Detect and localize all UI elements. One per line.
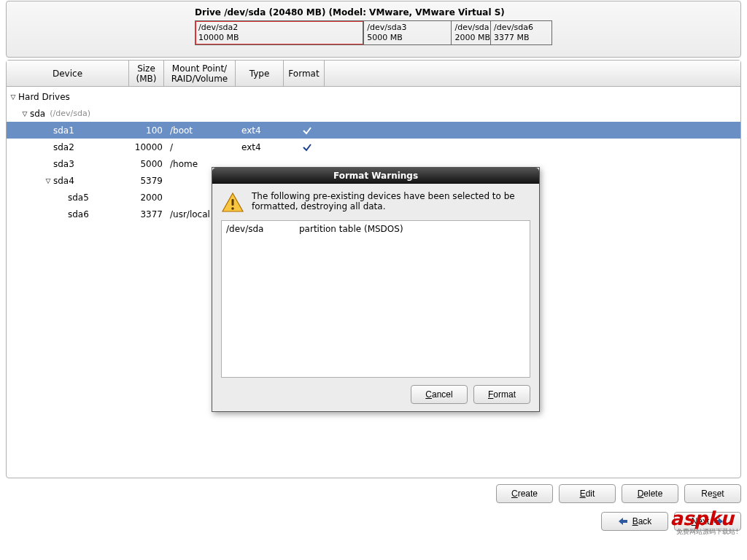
- dialog-message: The following pre-existing devices have …: [252, 191, 530, 214]
- svg-rect-2: [232, 199, 234, 206]
- partition-name: sda4: [53, 176, 74, 186]
- partition-name: sda2: [53, 142, 74, 152]
- column-headers[interactable]: Device Size (MB) Mount Point/ RAID/Volum…: [7, 61, 740, 87]
- partition-size: 10000: [132, 142, 167, 152]
- partition-name: sda1: [53, 125, 74, 136]
- svg-point-3: [231, 207, 234, 210]
- partition-size: 5379: [132, 176, 167, 186]
- header-size[interactable]: Size (MB): [129, 61, 164, 86]
- checkmark-icon: [302, 125, 312, 136]
- expander-icon[interactable]: ▽: [21, 110, 28, 117]
- partition-name: sda3: [53, 159, 74, 169]
- tree-disk-hint: (/dev/sda): [50, 109, 90, 118]
- next-arrow-icon: [713, 517, 724, 526]
- expander-icon[interactable]: ▽: [44, 177, 52, 184]
- svg-rect-0: [622, 520, 627, 523]
- partition-type: ext4: [239, 125, 287, 136]
- partition-size: 100: [132, 125, 167, 136]
- drive-segment[interactable]: /dev/sda63377 MB: [491, 21, 551, 44]
- reset-button[interactable]: Reset: [684, 484, 741, 503]
- dialog-item-detail: partition table (MSDOS): [299, 224, 403, 237]
- partition-row[interactable]: sda210000/ext4: [7, 139, 740, 155]
- delete-button[interactable]: Delete: [622, 484, 678, 503]
- partition-format: [287, 142, 328, 152]
- tree-disk-label: sda: [30, 109, 45, 119]
- cancel-button[interactable]: Cancel: [411, 385, 468, 404]
- partition-format: [287, 125, 328, 136]
- dialog-list-item[interactable]: /dev/sdapartition table (MSDOS): [222, 224, 530, 237]
- svg-rect-1: [714, 520, 719, 523]
- partition-size: 5000: [132, 159, 167, 169]
- drive-segment[interactable]: /dev/sda210000 MB: [196, 21, 364, 44]
- partition-name: sda5: [68, 192, 89, 203]
- partition-name: sda6: [68, 209, 89, 219]
- dialog-item-device: /dev/sda: [226, 224, 299, 237]
- next-button[interactable]: Next: [674, 512, 741, 531]
- header-format[interactable]: Format: [284, 61, 325, 86]
- drive-summary-panel: Drive /dev/sda (20480 MB) (Model: VMware…: [6, 1, 741, 58]
- tree-hd-label: Hard Drives: [18, 92, 70, 102]
- expander-icon[interactable]: ▽: [9, 93, 17, 101]
- back-button[interactable]: Back: [601, 512, 668, 531]
- drive-bar[interactable]: /dev/sda210000 MB/dev/sda35000 MB/dev/sd…: [195, 20, 552, 45]
- format-button[interactable]: Format: [473, 385, 530, 404]
- edit-button[interactable]: Edit: [559, 484, 616, 503]
- header-mount[interactable]: Mount Point/ RAID/Volume: [164, 61, 236, 86]
- partition-size: 3377: [132, 209, 167, 219]
- drive-segment[interactable]: /dev/sda35000 MB: [364, 21, 452, 44]
- tree-hard-drives[interactable]: ▽ Hard Drives: [7, 88, 740, 105]
- dialog-title[interactable]: Format Warnings: [212, 168, 539, 184]
- drive-title: Drive /dev/sda (20480 MB) (Model: VMware…: [195, 7, 552, 18]
- drive-segment[interactable]: /dev/sda2000 MB: [452, 21, 490, 44]
- dialog-device-list[interactable]: /dev/sdapartition table (MSDOS): [221, 220, 530, 378]
- header-spacer: [325, 61, 740, 86]
- checkmark-icon: [302, 142, 312, 152]
- partition-mount: /: [167, 142, 239, 152]
- create-button[interactable]: Create: [496, 484, 553, 503]
- header-device[interactable]: Device: [7, 61, 129, 86]
- tree-disk[interactable]: ▽ sda (/dev/sda): [7, 105, 740, 122]
- partition-row[interactable]: sda1100/bootext4: [7, 122, 740, 139]
- header-type[interactable]: Type: [236, 61, 284, 86]
- back-arrow-icon: [618, 517, 628, 526]
- format-warnings-dialog: Format Warnings The following pre-existi…: [212, 167, 540, 412]
- action-row: Create Edit Delete Reset: [6, 484, 741, 503]
- partition-type: ext4: [239, 142, 287, 152]
- nav-row: Back Next aspku 免费网站源码下载站!: [6, 512, 741, 531]
- partition-mount: /boot: [167, 125, 239, 136]
- warning-icon: [221, 191, 244, 214]
- partition-size: 2000: [132, 192, 167, 203]
